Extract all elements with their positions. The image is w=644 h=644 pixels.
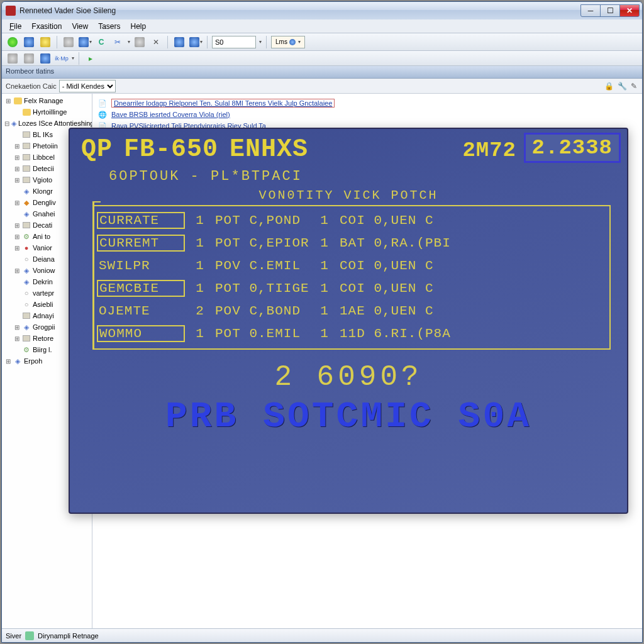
- globe-small-icon: 🌐: [97, 109, 108, 119]
- connect-icon[interactable]: [22, 35, 36, 49]
- tree-twisty-icon[interactable]: ⊞: [13, 143, 20, 150]
- menu-tasers[interactable]: Tasers: [93, 21, 125, 32]
- row-n2: 1: [316, 258, 333, 273]
- menu-view[interactable]: View: [67, 21, 93, 32]
- tree-node-icon: ◈: [22, 277, 31, 286]
- cut-icon[interactable]: ✂: [111, 35, 125, 49]
- tree-twisty-icon[interactable]: ⊞: [13, 165, 20, 172]
- filter-bar: Cnekaetion Caic - Midl Kendes: [2, 79, 642, 94]
- doc-icon[interactable]: [133, 35, 147, 49]
- text-icon[interactable]: ik·Mp: [55, 52, 69, 65]
- tree-node-icon: ○: [22, 255, 31, 264]
- tree-twisty-icon[interactable]: ⊟: [4, 120, 9, 127]
- row-c3: BAT 0,RA.(PBI: [340, 236, 453, 250]
- chevron-down-icon[interactable]: ▾: [259, 39, 262, 45]
- tree-node-icon: ⚙: [22, 345, 31, 354]
- row-c3: 11D 6.RI.(P8A: [340, 326, 453, 341]
- tree-item-label: Erpoh: [24, 357, 42, 365]
- lock-icon[interactable]: [604, 82, 614, 91]
- play-icon[interactable]: ▸: [84, 52, 97, 65]
- filter-select[interactable]: - Midl Kendes: [59, 80, 116, 92]
- tree-node-icon: ○: [22, 300, 31, 309]
- globe-icon[interactable]: [6, 35, 19, 49]
- maximize-button[interactable]: ☐: [600, 4, 620, 17]
- tree-item-label: Voniow: [33, 267, 55, 274]
- sheet-icon[interactable]: [22, 52, 36, 65]
- tree-item-0[interactable]: ⊞ Felx Ranage: [2, 95, 92, 106]
- pencil-icon[interactable]: [631, 82, 637, 91]
- minimize-button[interactable]: ─: [580, 4, 601, 17]
- row-n1: 1: [191, 281, 209, 296]
- terminal-prefix: QP: [81, 135, 113, 164]
- terminal-subtitle: 6OPTOUK - PL*BTPACI: [109, 169, 616, 184]
- tree-twisty-icon[interactable]: ⊞: [13, 199, 20, 206]
- monitor-icon[interactable]: [62, 35, 75, 49]
- tree-twisty-icon[interactable]: ⊞: [4, 358, 11, 365]
- tree-item-label: Deiana: [33, 255, 55, 263]
- tree-twisty-icon[interactable]: [13, 290, 20, 297]
- tree-node-icon: ◈: [22, 209, 31, 218]
- tree-twisty-icon[interactable]: [13, 131, 20, 138]
- tree-twisty-icon[interactable]: ⊞: [13, 154, 20, 161]
- tree-item-label: Vanior: [33, 244, 52, 252]
- tree-twisty-icon[interactable]: ⊞: [4, 97, 11, 104]
- tree-twisty-icon[interactable]: ⊞: [13, 245, 20, 252]
- tree-node-icon: ●: [22, 243, 31, 252]
- row-c2: POT C,POND: [215, 213, 309, 228]
- tree-twisty-icon[interactable]: [13, 301, 20, 308]
- tree-node-icon: [22, 130, 31, 139]
- row-n1: 1: [191, 258, 209, 273]
- tree-item-1[interactable]: Hyrtoillinge: [2, 106, 92, 118]
- terminal-model: FB-650: [124, 135, 218, 164]
- row-label: GEMCBIE: [97, 280, 185, 297]
- delete-icon[interactable]: ✕: [149, 35, 163, 49]
- grid2-icon[interactable]: ▾: [189, 35, 203, 49]
- tree-twisty-icon[interactable]: ⊞: [13, 267, 20, 274]
- main-area: ⊞ Felx Ranage Hyrtoillinge⊟ ◈ Lozes ISce…: [2, 94, 642, 628]
- folder-icon[interactable]: [38, 35, 52, 49]
- tree-twisty-icon[interactable]: ⊞: [13, 233, 20, 240]
- tree-twisty-icon[interactable]: ⊞: [13, 324, 20, 331]
- wrench-icon[interactable]: [618, 82, 627, 91]
- tree-twisty-icon[interactable]: ⊞: [13, 335, 20, 342]
- tree-item-label: Libbcel: [33, 153, 55, 161]
- menu-help[interactable]: Help: [126, 21, 152, 32]
- view-icon[interactable]: ▾: [78, 35, 92, 49]
- tree-twisty-icon[interactable]: ⊞: [13, 177, 20, 184]
- tree-node-icon: ◈: [22, 323, 31, 331]
- close-button[interactable]: ✕: [619, 4, 640, 17]
- tree-twisty-icon[interactable]: [13, 256, 20, 263]
- lms-pill[interactable]: Lms▾: [271, 36, 305, 48]
- tree-twisty-icon[interactable]: [13, 279, 20, 286]
- grid1-icon[interactable]: [172, 35, 186, 49]
- value-input[interactable]: [212, 36, 256, 48]
- tree-node-icon: [22, 153, 31, 162]
- tree-node-icon: ◈: [22, 187, 31, 196]
- tree-twisty-icon[interactable]: [13, 313, 20, 319]
- tree-twisty-icon[interactable]: [13, 188, 20, 195]
- terminal-code: 2M72: [462, 138, 516, 162]
- align-icon[interactable]: [38, 52, 52, 65]
- doc-link-1[interactable]: Dnearriler lodagp Rielponel Ten. Sulal 8…: [111, 99, 335, 108]
- menu-fxasition[interactable]: Fxasition: [26, 21, 67, 32]
- refresh-icon[interactable]: C: [94, 35, 108, 49]
- tree-twisty-icon[interactable]: [13, 109, 20, 116]
- tree-twisty-icon[interactable]: ⊞: [13, 222, 20, 229]
- separator: [167, 36, 168, 48]
- tree-item-label: Retore: [33, 335, 53, 342]
- doc-link-2[interactable]: Bave BRSB iesrted Coverra Viola (riel): [111, 111, 230, 118]
- tree-twisty-icon[interactable]: [13, 347, 20, 353]
- tree-node-icon: [13, 96, 22, 105]
- separator: [79, 52, 79, 65]
- toolbar-main: ▾ C ✂▾ ✕ ▾ ▾ Lms▾: [2, 33, 642, 51]
- terminal-row: CURREMT 1 POT C,EPIOR 1 BAT 0,RA.(PBI: [97, 231, 604, 254]
- row-n1: 1: [191, 213, 209, 228]
- tree-twisty-icon[interactable]: [13, 211, 20, 218]
- terminal-badge: 2.2338: [524, 133, 621, 163]
- row-n1: 1: [191, 236, 209, 250]
- tree-node-icon: [22, 334, 31, 343]
- page-icon[interactable]: [6, 52, 19, 65]
- row-c3: COI 0,UEN C: [340, 213, 453, 228]
- menu-file[interactable]: File: [4, 21, 26, 32]
- row-c2: POT 0.EMIL: [215, 326, 309, 341]
